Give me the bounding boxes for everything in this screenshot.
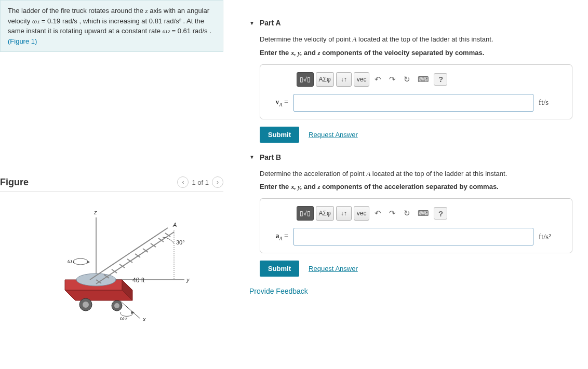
figure-counter: 1 of 1 [192, 179, 209, 186]
svg-text:ω₂: ω₂ [120, 315, 127, 321]
figure-link[interactable]: (Figure 1) [8, 37, 37, 45]
svg-point-30 [73, 258, 88, 265]
template-button[interactable]: ▯√▯ [297, 206, 314, 221]
omega2-value: = 0.61 rad/s [170, 27, 208, 35]
part-a-title: Part A [260, 19, 281, 27]
undo-button[interactable]: ↶ [371, 206, 384, 221]
part-a-unit: ft/s [539, 98, 565, 107]
svg-text:y: y [186, 277, 190, 283]
text: The ladder of the fire truck rotates aro… [8, 7, 145, 15]
text: , which is increasing at [77, 17, 149, 25]
svg-point-10 [83, 302, 89, 308]
figure-image: z y x [0, 197, 223, 321]
omega2-var: ω₂ [163, 27, 170, 35]
svg-text:A: A [172, 222, 177, 228]
part-b-title: Part B [260, 153, 281, 161]
text: . [208, 27, 211, 35]
template-button[interactable]: ▯√▯ [297, 72, 314, 87]
help-button[interactable]: ? [434, 73, 447, 86]
svg-text:30°: 30° [176, 239, 185, 245]
svg-text:40 ft: 40 ft [132, 277, 145, 284]
svg-marker-31 [87, 261, 90, 264]
part-b-prompt: Determine the acceleration of point A lo… [260, 169, 578, 179]
provide-feedback-link[interactable]: Provide Feedback [249, 287, 578, 295]
problem-statement: The ladder of the fire truck rotates aro… [0, 0, 223, 52]
greek-button[interactable]: ΑΣφ [316, 72, 334, 87]
part-a-submit-button[interactable]: Submit [260, 127, 299, 143]
part-b-answer-input[interactable] [293, 228, 533, 245]
part-a-header[interactable]: ▼ Part A [249, 19, 578, 27]
svg-marker-6 [65, 290, 132, 300]
part-a-prompt: Determine the velocity of point A locate… [260, 34, 578, 45]
undo-button[interactable]: ↶ [371, 72, 384, 87]
redo-button[interactable]: ↷ [386, 72, 398, 87]
part-a-answer-input[interactable] [293, 94, 533, 112]
part-b-header[interactable]: ▼ Part B [249, 153, 578, 161]
subscript-button[interactable]: ↓↑ [336, 72, 352, 87]
chevron-down-icon: ▼ [249, 20, 255, 26]
part-b-variable-label: aA = [268, 232, 288, 241]
part-b-unit: ft/s² [539, 233, 565, 241]
keyboard-button[interactable]: ⌨ [415, 206, 432, 221]
vector-button[interactable]: vec [354, 72, 370, 87]
greek-button[interactable]: ΑΣφ [316, 206, 334, 221]
part-a-request-answer-link[interactable]: Request Answer [309, 131, 358, 139]
part-a-variable-label: vA = [268, 98, 288, 107]
omega1-value: = 0.19 rad/s [39, 17, 77, 25]
reset-button[interactable]: ↻ [400, 72, 413, 87]
svg-text:z: z [93, 209, 97, 215]
help-button[interactable]: ? [434, 207, 447, 220]
part-b-instruction: Enter the x, y, and z components of the … [260, 183, 578, 191]
keyboard-button[interactable]: ⌨ [415, 72, 432, 87]
part-a-answer-box: ▯√▯ ΑΣφ ↓↑ vec ↶ ↷ ↻ ⌨ ? vA = ft/s [260, 64, 572, 119]
figure-prev-button[interactable]: ‹ [177, 176, 189, 188]
subscript-button[interactable]: ↓↑ [336, 206, 352, 221]
svg-point-12 [114, 303, 119, 308]
part-a-instruction: Enter the x, y, and z components of the … [260, 49, 578, 57]
part-a-toolbar: ▯√▯ ΑΣφ ↓↑ vec ↶ ↷ ↻ ⌨ ? [297, 72, 565, 87]
svg-text:ω₁: ω₁ [68, 258, 74, 264]
redo-button[interactable]: ↷ [386, 206, 398, 221]
omega1-var: ω₁ [32, 17, 39, 25]
svg-line-15 [96, 232, 174, 284]
reset-button[interactable]: ↻ [400, 206, 413, 221]
svg-text:x: x [142, 316, 146, 321]
figure-header: Figure ‹ 1 of 1 › [0, 176, 223, 192]
part-b-request-answer-link[interactable]: Request Answer [309, 265, 358, 272]
part-b-answer-box: ▯√▯ ΑΣφ ↓↑ vec ↶ ↷ ↻ ⌨ ? aA = ft/s² [260, 198, 572, 253]
svg-line-14 [90, 228, 168, 280]
chevron-down-icon: ▼ [249, 154, 255, 160]
alpha-value: 0.81 rad/s² [149, 17, 181, 25]
figure-title: Figure [0, 177, 29, 188]
vector-button[interactable]: vec [354, 206, 370, 221]
part-b-toolbar: ▯√▯ ΑΣφ ↓↑ vec ↶ ↷ ↻ ⌨ ? [297, 206, 565, 221]
part-b-submit-button[interactable]: Submit [260, 261, 299, 277]
figure-next-button[interactable]: › [212, 176, 223, 188]
